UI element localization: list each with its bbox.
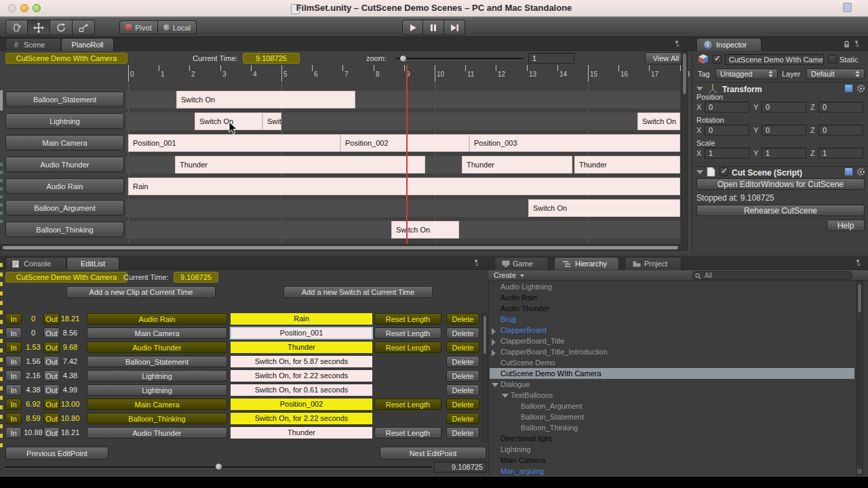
hierarchy-scrollbar-thumb[interactable] (857, 283, 862, 313)
panel-menu-icon[interactable]: ▼≡ (473, 260, 479, 266)
timeline-vscrollbar-track[interactable] (681, 51, 688, 251)
edit-out-button[interactable]: Out (43, 313, 60, 325)
delete-button[interactable]: Delete (446, 384, 479, 396)
edit-in-button[interactable]: In (5, 313, 22, 325)
delete-button[interactable]: Delete (446, 370, 479, 382)
timeline-clip[interactable]: Position_003 (469, 134, 680, 152)
hierarchy-search-input[interactable]: All (692, 271, 853, 280)
tab-inspector[interactable]: i Inspector (696, 38, 762, 51)
zoom-slider-thumb[interactable] (399, 55, 407, 62)
edit-track-button[interactable]: Lightning (87, 370, 227, 382)
tab-console[interactable]: Console (5, 257, 66, 270)
edit-track-button[interactable]: Audio Thunder (87, 342, 227, 353)
fold-arrow-icon[interactable] (502, 394, 509, 398)
timeline-clip[interactable]: Position_001 (128, 134, 340, 152)
scale-tool-button[interactable] (73, 20, 95, 35)
add-clip-button[interactable]: Add a new Clip at Current Time (66, 286, 216, 298)
panel-menu-icon[interactable]: ▼≡ (855, 260, 861, 266)
timeline-clip[interactable]: Switch On (528, 199, 680, 217)
position-z-field[interactable]: 0 (818, 102, 863, 113)
step-button[interactable] (444, 20, 465, 35)
tab-pianoroll[interactable]: PianoRoll (61, 38, 114, 51)
transform-fold-arrow[interactable] (696, 87, 703, 91)
gear-icon[interactable] (856, 84, 865, 93)
edit-out-button[interactable]: Out (43, 399, 60, 410)
hierarchy-item[interactable]: ClapperBoard (500, 325, 547, 336)
hierarchy-item[interactable]: Brug (500, 314, 516, 325)
hierarchy-item[interactable]: CutScene Demo WIth Camera (500, 368, 601, 379)
hierarchy-item[interactable]: Main Camera (500, 455, 545, 466)
delete-button[interactable]: Delete (446, 327, 479, 339)
scale-z-field[interactable]: 1 (818, 148, 863, 159)
current-time-value[interactable]: 9.108725 (174, 272, 218, 283)
track-label-button[interactable]: Balloon_Statement (5, 92, 124, 107)
edit-in-button[interactable]: In (5, 370, 22, 382)
editlist-scrollbar-track[interactable] (481, 313, 488, 442)
edit-out-button[interactable]: Out (43, 384, 60, 396)
layer-dropdown[interactable]: Default (806, 68, 865, 79)
edit-clip-cell[interactable]: Switch On, for 2.22 seconds (231, 413, 372, 424)
gear-icon[interactable] (856, 167, 865, 176)
hierarchy-item[interactable]: TextBalloons (511, 390, 553, 401)
hierarchy-item[interactable]: Audio Rain (500, 292, 537, 303)
hierarchy-item[interactable]: Audio Lightning (500, 281, 552, 292)
scrub-time-value[interactable]: 9.108725 (434, 462, 486, 472)
playhead[interactable] (406, 65, 408, 244)
scrollbar-grip[interactable] (857, 469, 862, 474)
scrub-slider-thumb[interactable] (215, 463, 222, 470)
hierarchy-item[interactable]: CutScene Demo (500, 357, 555, 368)
edit-clip-cell[interactable]: Thunder (231, 427, 372, 439)
fold-arrow-icon[interactable] (492, 339, 496, 346)
tab-project[interactable]: Project (625, 257, 682, 270)
hierarchy-item[interactable]: Directional light (500, 433, 551, 444)
delete-button[interactable]: Delete (446, 399, 479, 410)
edit-in-button[interactable]: In (5, 342, 22, 353)
edit-in-button[interactable]: In (5, 356, 22, 367)
hierarchy-item[interactable]: Dialogue (500, 379, 530, 390)
gameobject-active-checkbox[interactable]: ✓ (713, 55, 722, 64)
lock-icon[interactable] (843, 41, 850, 48)
cutscene-name-badge[interactable]: CutScene Demo WIth Camera (5, 53, 127, 64)
edit-in-button[interactable]: In (5, 327, 22, 339)
position-x-field[interactable]: 0 (705, 102, 749, 113)
timeline-hscrollbar-track[interactable] (0, 244, 680, 251)
cutscene-fold-arrow[interactable] (696, 170, 703, 174)
edit-out-button[interactable]: Out (43, 370, 60, 382)
edit-clip-cell[interactable]: Thunder (231, 342, 372, 353)
edit-out-button[interactable]: Out (43, 327, 60, 339)
edit-track-button[interactable]: Audio Rain (87, 313, 227, 325)
timeline-clip[interactable]: Thunder (462, 156, 572, 174)
edit-track-button[interactable]: Balloon_Statement (87, 356, 227, 367)
pause-button[interactable] (423, 20, 444, 35)
timeline-clip[interactable]: Position_002 (340, 134, 469, 152)
pivot-toggle-button[interactable]: Pivot (119, 20, 158, 35)
edit-track-button[interactable]: Main Camera (87, 327, 227, 339)
edit-clip-cell[interactable]: Switch On, for 5.87 seconds (231, 356, 372, 367)
hierarchy-item[interactable]: Balloon_Thinking (521, 422, 578, 433)
timeline-clip[interactable]: Switch On (391, 221, 459, 239)
edit-track-button[interactable]: Balloon_Thinking (87, 413, 227, 424)
fold-arrow-icon[interactable] (492, 383, 498, 387)
rotate-tool-button[interactable] (50, 20, 73, 35)
timeline-hscrollbar-thumb[interactable] (2, 245, 679, 250)
delete-button[interactable]: Delete (446, 356, 479, 367)
cutscene-enabled-checkbox[interactable]: ✓ (719, 167, 728, 176)
hierarchy-item[interactable]: Balloon_Argument (521, 401, 583, 411)
track-label-button[interactable]: Lightning (5, 113, 124, 129)
zoom-slider-track[interactable] (396, 58, 524, 60)
hand-tool-button[interactable] (5, 20, 28, 35)
reset-length-button[interactable]: Reset Length (374, 313, 441, 325)
edit-out-button[interactable]: Out (43, 342, 60, 353)
edit-clip-cell[interactable]: Rain (231, 313, 372, 325)
rotation-y-field[interactable]: 0 (762, 125, 806, 136)
hierarchy-item[interactable]: Lightning (500, 444, 531, 455)
timeline-clip[interactable]: Switch On (262, 113, 281, 130)
create-button[interactable]: Create (494, 271, 524, 279)
edit-in-button[interactable]: In (5, 413, 22, 424)
open-editorwindows-button[interactable]: Open EditorWindows for CutScene (696, 178, 865, 190)
reset-length-button[interactable]: Reset Length (374, 427, 441, 439)
move-tool-button[interactable] (28, 20, 50, 35)
track-label-button[interactable]: Audio Rain (5, 178, 124, 194)
track-label-button[interactable]: Main Camera (5, 135, 124, 150)
timeline-clip[interactable]: Rain (128, 178, 680, 195)
